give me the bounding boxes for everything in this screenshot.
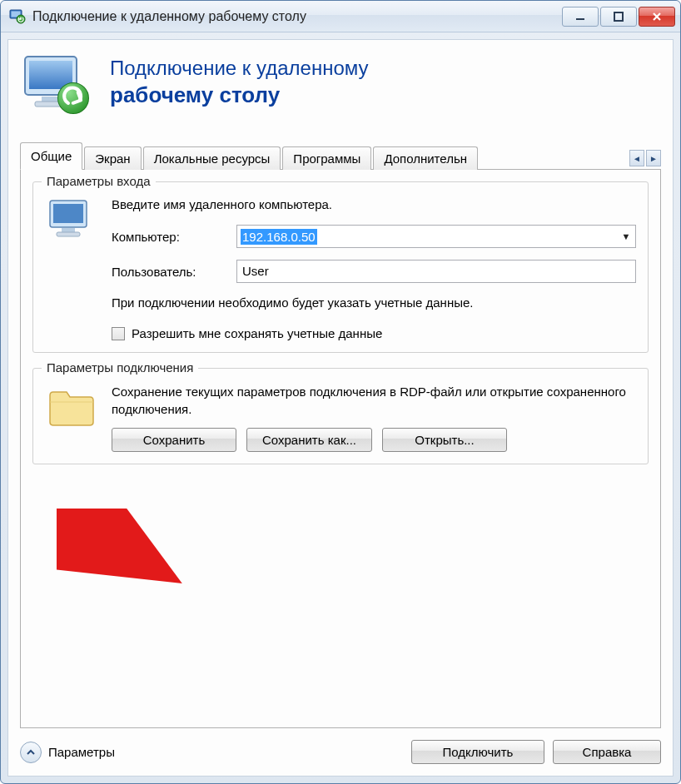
tab-scroll: ◄ ► (629, 150, 661, 169)
save-as-button[interactable]: Сохранить как... (246, 428, 372, 452)
open-button[interactable]: Открыть... (382, 428, 507, 452)
annotation-arrow-icon (57, 509, 190, 583)
save-credentials-row: Разрешить мне сохранять учетные данные (112, 326, 636, 340)
help-button[interactable]: Справка (553, 740, 661, 764)
rdp-header-icon (20, 52, 95, 118)
computer-label: Компьютер: (112, 230, 236, 244)
window-controls (562, 7, 675, 27)
login-group-title: Параметры входа (42, 174, 156, 188)
save-credentials-checkbox[interactable] (112, 327, 125, 340)
options-label: Параметры (48, 745, 115, 759)
options-toggle[interactable]: Параметры (20, 742, 115, 763)
tab-general[interactable]: Общие (20, 142, 82, 170)
tabstrip: Общие Экран Локальные ресурсы Программы … (20, 141, 661, 170)
svg-rect-8 (42, 97, 60, 102)
user-label: Пользователь: (112, 265, 236, 279)
header-line-1: Подключение к удаленному (110, 57, 369, 81)
folder-icon (45, 384, 98, 452)
footer: Параметры Подключить Справка (20, 728, 661, 764)
tab-panel-general: Параметры входа Введите имя удаленного к… (20, 170, 661, 728)
rdp-app-icon (9, 8, 26, 25)
connection-description: Сохранение текущих параметров подключени… (112, 384, 636, 418)
login-instruction: Введите имя удаленного компьютера. (112, 197, 636, 211)
computer-value[interactable]: 192.168.0.50 (237, 230, 617, 244)
svg-rect-3 (576, 18, 584, 20)
minimize-button[interactable] (562, 7, 599, 27)
svg-rect-13 (53, 204, 83, 223)
computer-row: Компьютер: 192.168.0.50 ▼ (112, 225, 636, 248)
tab-scroll-right-button[interactable]: ► (646, 150, 661, 166)
svg-rect-4 (614, 12, 623, 21)
chevron-down-icon[interactable]: ▼ (617, 231, 635, 241)
svg-rect-15 (57, 232, 80, 236)
header: Подключение к удаленному рабочему столу (20, 52, 661, 118)
tab-advanced[interactable]: Дополнительн (373, 146, 478, 170)
connection-group-title: Параметры подключения (42, 360, 198, 375)
login-groupbox: Параметры входа Введите имя удаленного к… (32, 181, 649, 353)
computer-icon (45, 197, 98, 340)
connect-button[interactable]: Подключить (411, 740, 544, 764)
user-row: Пользователь: User (112, 260, 636, 283)
header-text: Подключение к удаленному рабочему столу (110, 52, 369, 108)
svg-rect-14 (62, 228, 75, 232)
maximize-button[interactable] (600, 7, 637, 27)
header-line-2: рабочему столу (110, 82, 369, 108)
save-button[interactable]: Сохранить (112, 428, 236, 452)
tab-local-resources[interactable]: Локальные ресурсы (143, 146, 281, 170)
window-body: Подключение к удаленному рабочему столу … (7, 39, 674, 777)
titlebar: Подключение к удаленному рабочему столу (1, 1, 680, 32)
chevron-up-icon (20, 742, 42, 763)
window-title: Подключение к удаленному рабочему столу (32, 9, 562, 24)
tab-display[interactable]: Экран (84, 146, 141, 170)
save-credentials-label: Разрешить мне сохранять учетные данные (132, 326, 382, 340)
tab-scroll-left-button[interactable]: ◄ (629, 150, 644, 166)
close-button[interactable] (639, 7, 675, 27)
rdp-window: Подключение к удаленному рабочему столу (0, 0, 681, 784)
computer-combobox[interactable]: 192.168.0.50 ▼ (236, 225, 636, 248)
tab-programs[interactable]: Программы (282, 146, 371, 170)
user-input[interactable]: User (236, 260, 636, 283)
credentials-note: При подключении необходимо будет указать… (112, 295, 636, 311)
connection-groupbox: Параметры подключения Сохранение текущих… (32, 368, 649, 464)
